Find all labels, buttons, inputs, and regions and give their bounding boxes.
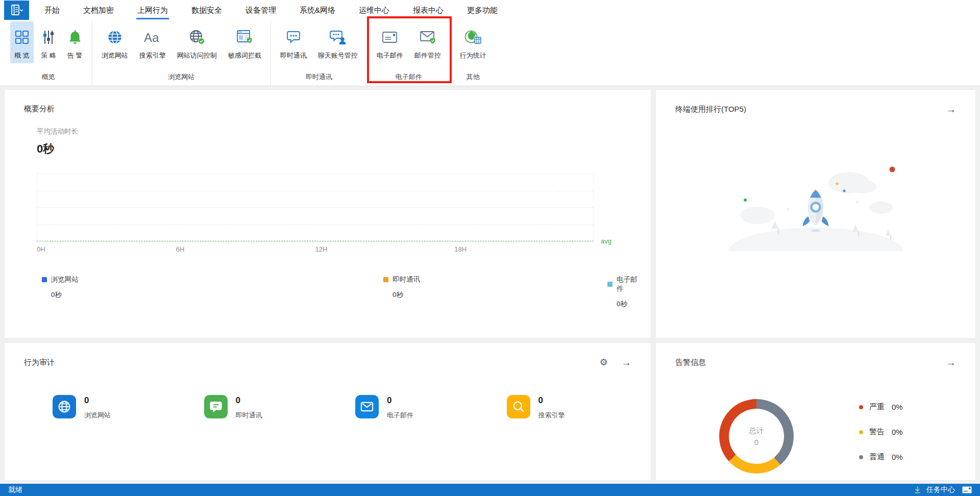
card-behavior-audit: 行为审计 ⚙ → 0 浏览网站 [4, 342, 651, 481]
stat-search-engine: 0 搜索引擎 [507, 395, 651, 420]
main-menu: 开始 文档加密 上网行为 数据安全 设备管理 系统&网络 运维中心 报表中心 更… [44, 0, 498, 20]
donut-center-value: 0 [754, 438, 758, 447]
app-logo-icon [10, 4, 24, 17]
donut-ring: 总计 0 [719, 399, 794, 474]
status-ready-text: 就绪 [8, 485, 22, 494]
stat-browse-sites: 0 浏览网站 [53, 395, 197, 420]
im-chat-icon [286, 26, 301, 49]
arrow-right-icon[interactable]: → [621, 357, 631, 367]
card-title: 终端使用排行(TOP5) [675, 105, 746, 114]
menu-item-report-center[interactable]: 报表中心 [413, 0, 444, 20]
message-icon [962, 486, 972, 493]
chat-account-user-icon [329, 26, 347, 49]
card-title: 告警信息 [675, 358, 706, 367]
menu-item-more[interactable]: 更多功能 [467, 0, 498, 20]
x-tick: 6H [176, 245, 185, 253]
x-axis: 0H 6H 12H 18H [37, 245, 594, 257]
stat-value: 0 [84, 395, 111, 406]
ribbon-button-search-engine[interactable]: Aa 搜索引擎 [135, 21, 170, 63]
ribbon-group-label: 即时通讯 [271, 70, 367, 86]
ribbon-button-label: 搜索引擎 [139, 51, 166, 60]
ribbon-button-browse-sites[interactable]: 浏览网站 [97, 21, 132, 63]
legend-swatch [383, 277, 388, 282]
card-title: 行为审计 [24, 358, 55, 367]
arrow-right-icon[interactable]: → [946, 104, 956, 114]
x-tick: 18H [454, 245, 467, 253]
legend-item-browse: 浏览网站 0秒 [42, 275, 79, 300]
site-access-globe-check-icon [189, 26, 205, 49]
ribbon-button-mail-control[interactable]: 邮件管控 [410, 21, 445, 63]
legend-item-im: 即时通讯 0秒 [383, 275, 420, 300]
x-tick: 12H [315, 245, 328, 253]
ribbon-button-site-access-control[interactable]: 网站访问控制 [173, 21, 221, 63]
ribbon-button-label: 网站访问控制 [177, 51, 217, 60]
legend-dot [859, 405, 863, 409]
menu-item-doc-encrypt[interactable]: 文档加密 [83, 0, 114, 20]
ribbon-button-email[interactable]: 电子邮件 [373, 21, 407, 63]
message-panel-button[interactable] [962, 486, 972, 493]
ribbon-button-sensitive-word-block[interactable]: 敏感词拦截 [224, 21, 265, 63]
ribbon-button-label: 敏感词拦截 [228, 51, 261, 60]
ribbon-button-label: 即时通讯 [280, 51, 307, 60]
ribbon-button-label: 行为统计 [460, 51, 486, 60]
empty-state-rocket-illustration [656, 159, 975, 251]
ribbon-button-label: 浏览网站 [102, 51, 128, 60]
alerts-donut-chart: 总计 0 严重 0% 警告 0% [656, 367, 975, 480]
app-menu-button[interactable] [4, 1, 29, 20]
search-aa-icon: Aa [143, 26, 162, 49]
ribbon-group-email: 电子邮件 邮件管控 电子邮件 [367, 20, 450, 86]
legend-dot [859, 455, 863, 459]
avg-line-label: avg [601, 237, 611, 245]
legend-item-email: 电子邮件 0秒 [607, 275, 644, 309]
behavior-stats-globe-icon [464, 26, 482, 49]
ribbon-group-label: 电子邮件 [368, 70, 450, 86]
ribbon-group-label: 其他 [451, 70, 496, 86]
arrow-right-icon[interactable]: → [946, 357, 956, 367]
ribbon-button-instant-messaging[interactable]: 即时通讯 [276, 21, 311, 63]
ribbon-button-policy[interactable]: 策 略 [37, 21, 60, 63]
ribbon-button-alert[interactable]: 告 警 [63, 21, 87, 63]
ribbon-group-overview: 概 览 策 略 告 警 概览 [5, 20, 92, 86]
svg-text:Aa: Aa [144, 31, 159, 44]
ribbon-group-label: 概览 [5, 70, 92, 86]
ribbon-button-label: 电子邮件 [377, 51, 403, 60]
ribbon-button-overview[interactable]: 概 览 [10, 21, 34, 63]
avg-activity-duration-value: 0秒 [37, 141, 644, 157]
status-bar: 就绪 任务中心 [0, 484, 980, 496]
menu-item-ops-center[interactable]: 运维中心 [359, 0, 389, 20]
stat-label: 浏览网站 [84, 411, 111, 420]
task-center-button[interactable]: 任务中心 [914, 485, 955, 494]
card-title: 概要分析 [24, 104, 55, 114]
legend-item-warning: 警告 0% [859, 427, 903, 437]
legend-swatch [607, 282, 612, 287]
dashboard: 概要分析 平均活动时长 0秒 avg 0H 6H 12H [0, 86, 980, 484]
stat-value: 0 [387, 395, 413, 406]
stat-email: 0 电子邮件 [355, 395, 500, 420]
chat-icon [204, 395, 228, 418]
ribbon-button-chat-account-control[interactable]: 聊天账号管控 [314, 21, 362, 63]
activity-line-chart: avg 0H 6H 12H 18H [37, 173, 594, 257]
menu-item-internet-behavior[interactable]: 上网行为 [137, 0, 168, 20]
audit-stats: 0 浏览网站 0 即时通讯 [53, 395, 651, 420]
x-tick: 0H [37, 245, 45, 253]
gear-icon[interactable]: ⚙ [600, 358, 608, 367]
ribbon-group-other: 行为统计 其他 [450, 20, 496, 86]
policy-sliders-icon [41, 26, 56, 49]
legend-dot [859, 430, 863, 434]
ribbon-button-label: 告 警 [67, 51, 83, 60]
alerts-legend: 严重 0% 警告 0% 普通 0% [859, 402, 903, 477]
legend-swatch [42, 277, 47, 282]
menu-item-device-mgmt[interactable]: 设备管理 [246, 0, 276, 20]
globe-icon [53, 395, 76, 418]
sensitive-word-shield-icon [236, 26, 253, 49]
search-icon [507, 395, 530, 418]
ribbon-button-label: 概 览 [14, 51, 30, 60]
stat-label: 电子邮件 [387, 411, 413, 420]
mail-icon [355, 395, 379, 418]
menu-item-system-network[interactable]: 系统&网络 [300, 0, 335, 20]
menu-item-start[interactable]: 开始 [44, 0, 60, 20]
menu-item-data-security[interactable]: 数据安全 [191, 0, 222, 20]
avg-activity-duration-label: 平均活动时长 [37, 127, 644, 136]
ribbon-button-label: 策 略 [41, 51, 56, 60]
ribbon-button-behavior-stats[interactable]: 行为统计 [456, 21, 491, 63]
